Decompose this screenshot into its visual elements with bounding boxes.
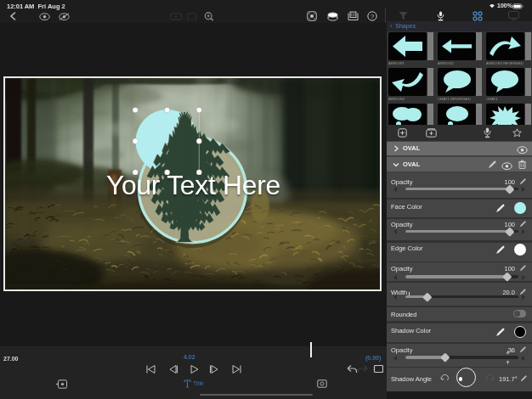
svg-text:?: ? — [371, 13, 374, 20]
